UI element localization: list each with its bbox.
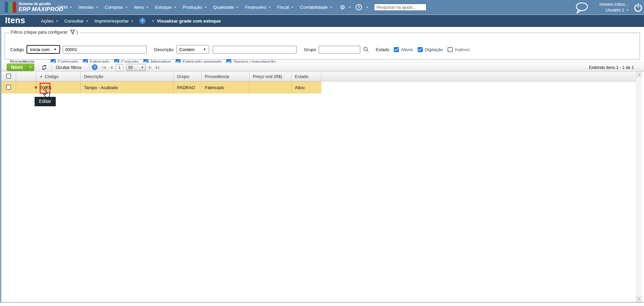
header-grupo[interactable]: Grupo (174, 72, 201, 81)
items-summary: Exibindo itens 1 - 1 de 1 (589, 63, 634, 72)
row-checkbox[interactable] (6, 85, 11, 90)
menu-itens[interactable]: Itens▼ (134, 5, 148, 10)
hand-cursor-icon (43, 89, 51, 99)
codigo-filter-group: Código Inicia com▼ (10, 45, 147, 54)
chevron-down-icon[interactable]: ▼ (349, 6, 351, 8)
chevron-down-icon: ▼ (330, 6, 332, 8)
first-page-icon[interactable] (102, 66, 106, 70)
menu-fiscal[interactable]: Fiscal▼ (277, 5, 293, 10)
sort-asc-icon: ▲ (40, 75, 43, 78)
menu-qualidade[interactable]: Qualidade▼ (213, 5, 239, 10)
menu-acoes[interactable]: Ações▼ (41, 18, 58, 24)
chevron-down-icon: ▼ (268, 6, 271, 8)
last-page-icon[interactable] (155, 66, 159, 70)
page-actions-menu: Ações▼ Consultar▼ Imprimir/exportar▼ ? ▼… (41, 15, 221, 27)
scroll-up-icon[interactable]: ▲ (636, 72, 642, 77)
page-number-input[interactable] (116, 64, 123, 71)
brand-tagline: Sistema de gestão (18, 2, 63, 6)
chevron-down-icon: ▼ (236, 6, 238, 8)
grupo-filter-group: Grupo (304, 45, 369, 54)
refresh-icon[interactable] (41, 64, 47, 71)
cell-grupo: PADRAO (174, 81, 201, 93)
menu-financeiro[interactable]: Financeiro▼ (245, 5, 271, 10)
menu-contabilidade[interactable]: Contabilidade▼ (300, 5, 332, 10)
pagination: 50▼ (102, 63, 159, 72)
menu-estoque[interactable]: Estoque▼ (155, 5, 176, 10)
help-search-input[interactable] (374, 4, 426, 11)
chevron-down-icon: ▼ (291, 6, 294, 8)
top-navigation-bar: Sistema de gestão ERP MAXIPROD CRM▼ Vend… (0, 0, 644, 14)
prev-page-icon[interactable] (109, 66, 113, 70)
filters-panel: Filtros (clique para configurar: ) Códig… (5, 33, 640, 60)
cell-estado: Ativo (291, 81, 321, 93)
header-filler (321, 72, 636, 81)
erp-window: Sistema de gestão ERP MAXIPROD CRM▼ Vend… (0, 0, 644, 306)
vertical-scrollbar[interactable]: ▲ ▼ (636, 72, 642, 302)
next-page-icon[interactable] (149, 66, 152, 70)
novo-button[interactable]: Novo▼ (7, 64, 34, 71)
page-title: Itens (5, 15, 25, 25)
divider (51, 64, 52, 71)
grupo-input[interactable] (319, 46, 360, 53)
codigo-input[interactable] (63, 46, 147, 53)
header-actions-cell (16, 72, 36, 81)
menu-vendas[interactable]: Vendas▼ (79, 5, 98, 10)
visualizar-grade-link[interactable]: Visualizar grade com estoque (157, 18, 221, 24)
account-info: moveis indus... Usuário 1▼ (599, 1, 629, 13)
header-codigo[interactable]: ▲ Código (36, 72, 81, 81)
page-size-select[interactable]: 50▼ (126, 64, 146, 71)
checkbox-ativos[interactable] (394, 47, 399, 52)
header-procedencia[interactable]: Procedência (201, 72, 249, 81)
help-icon-topbar[interactable]: ? (356, 4, 362, 10)
menu-producao[interactable]: Produção▼ (183, 5, 207, 10)
ocultar-filtros-button[interactable]: Ocultar filtros (56, 63, 82, 72)
codigo-operator-select[interactable]: Inicia com▼ (27, 45, 60, 54)
menu-crm[interactable]: CRM▼ (57, 5, 72, 10)
cell-descricao: Tampo - Acabado (81, 81, 174, 93)
brand-logo-icon (5, 2, 16, 13)
menu-consultar[interactable]: Consultar▼ (64, 18, 88, 24)
select-all-checkbox[interactable] (6, 74, 11, 79)
brand-text: Sistema de gestão ERP MAXIPROD (18, 2, 63, 12)
checkbox-digitacao[interactable] (418, 47, 423, 52)
descricao-input[interactable] (213, 46, 296, 53)
filter-funnel-icon[interactable] (70, 30, 75, 35)
chevron-down-icon: ▼ (54, 48, 57, 51)
menu-compras[interactable]: Compras▼ (105, 5, 128, 10)
codigo-label: Código (10, 47, 24, 52)
chevron-down-icon: ▼ (56, 20, 58, 22)
descricao-label: Descrição (154, 47, 174, 52)
help-icon-titlebar[interactable]: ? (139, 18, 145, 24)
scroll-down-icon[interactable]: ▼ (636, 296, 642, 302)
user-menu[interactable]: Usuário 1▼ (599, 7, 629, 13)
descricao-operator-select[interactable]: Contém▼ (176, 45, 209, 54)
header-descricao[interactable]: Descrição (81, 72, 174, 81)
estado-filter-group: Estado Ativos Digitação Inativos (376, 45, 474, 54)
help-icon-toolbar[interactable]: ? (92, 64, 98, 70)
logout-power-icon[interactable] (634, 3, 643, 12)
checkbox-inativos[interactable] (448, 47, 453, 52)
table-header: ▲ Código Descrição Grupo Procedência Pre… (1, 72, 636, 81)
chevron-down-icon: ▼ (27, 66, 34, 69)
chevron-down-icon[interactable]: ▼ (152, 20, 154, 22)
chevron-down-icon: ▼ (96, 6, 98, 8)
header-preco-vnd[interactable]: Preço vnd (R$) (249, 72, 291, 81)
header-estado[interactable]: Estado (291, 72, 321, 81)
checkbox-inativos-label: Inativos (455, 47, 470, 52)
chevron-down-icon[interactable]: ▼ (366, 6, 368, 8)
table-row[interactable]: ✖ 00001 Tampo - Acabado PADRAO Fabricado… (1, 81, 321, 93)
chevron-down-icon: ▼ (125, 6, 128, 8)
filters-legend[interactable]: Filtros (clique para configurar: ) (9, 30, 80, 35)
checkbox-ativos-label: Ativos (401, 47, 413, 52)
chat-bubble-icon[interactable] (575, 2, 589, 14)
row-actions-cell: ✖ (16, 81, 36, 93)
brand-name: ERP MAXIPROD (18, 6, 63, 13)
descricao-filter-group: Descrição Contém▼ (154, 45, 296, 54)
estado-label: Estado (376, 47, 389, 52)
gear-icon[interactable]: ⚙ (340, 4, 345, 11)
chevron-down-icon: ▼ (70, 6, 72, 8)
grid-toolbar: Novo▼ Ocultar filtros ? (1, 63, 644, 72)
menu-imprimir-exportar[interactable]: Imprimir/exportar▼ (94, 18, 133, 24)
chevron-down-icon: ▼ (203, 48, 206, 51)
search-icon[interactable] (363, 46, 369, 52)
